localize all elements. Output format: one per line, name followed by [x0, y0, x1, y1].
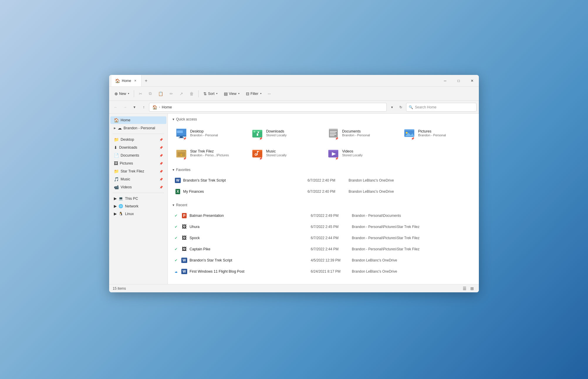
- svg-rect-3: [177, 130, 183, 130]
- quick-pictures[interactable]: Pictures Brandon - Personal 📌: [401, 124, 474, 142]
- address-home-icon: 🏠: [152, 105, 157, 110]
- sidebar-pictures-pin: 📌: [159, 162, 163, 165]
- list-item[interactable]: ✔ W Brandon's Star Trek Script 4/5/2022 …: [173, 255, 474, 266]
- forward-button[interactable]: →: [121, 103, 129, 111]
- sidebar-downloads[interactable]: ⬇ Downloads 📌: [110, 144, 166, 151]
- quick-startrek[interactable]: 🖖 Star Trek Filez Brandon - Perso...\Pic…: [173, 144, 246, 162]
- linux-icon: 🐧: [119, 212, 123, 216]
- dropdown-button[interactable]: ▾: [388, 103, 396, 111]
- sidebar-documents[interactable]: 📄 Documents 📌: [110, 152, 166, 159]
- sidebar-music[interactable]: 🎵 Music 📌: [110, 175, 166, 183]
- cloud-status-icon: ☁: [174, 269, 178, 274]
- sort-button[interactable]: ⇅ Sort ▾: [200, 90, 220, 98]
- sidebar-videos[interactable]: 📹 Videos 📌: [110, 183, 166, 191]
- home-tab[interactable]: 🏠 Home ✕: [111, 75, 141, 86]
- svg-rect-9: [254, 131, 255, 133]
- favorites-header[interactable]: ▾ Favorites: [173, 168, 474, 172]
- new-button[interactable]: ⊕ New ▾: [111, 90, 132, 98]
- item-count: 15 items: [113, 286, 126, 291]
- file-location: Brandon LeBlanc's OneDrive: [352, 269, 473, 274]
- sidebar-desktop-label: Desktop: [121, 137, 134, 142]
- quick-desktop[interactable]: Desktop Brandon - Personal 📌: [173, 124, 246, 142]
- file-explorer-window: 🏠 Home ✕ + ─ □ ✕ ⊕ New ▾ ✂ ⧉ 📋 ✏: [109, 75, 479, 292]
- sidebar-desktop-pin: 📌: [159, 138, 163, 141]
- list-item[interactable]: X My Finances 6/7/2022 2:40 PM Brandon L…: [173, 186, 474, 197]
- maximize-button[interactable]: □: [452, 75, 465, 87]
- list-item[interactable]: ✔ 🖼 Spock 6/7/2022 2:44 PM Brandon - Per…: [173, 232, 474, 244]
- sync-status-icon: ✔: [174, 213, 178, 218]
- image-icon: 🖼: [180, 245, 188, 253]
- sidebar-network[interactable]: ▶ 🌐 Network: [110, 202, 166, 210]
- tab-close-button[interactable]: ✕: [133, 78, 138, 83]
- quick-downloads[interactable]: Downloads Stored Locally 📌: [249, 124, 322, 142]
- recent-header[interactable]: ▾ Recent: [173, 203, 474, 207]
- sidebar-linux[interactable]: ▶ 🐧 Linux: [110, 210, 166, 217]
- history-button[interactable]: ▾: [130, 103, 138, 111]
- list-view-button[interactable]: ☰: [461, 285, 468, 292]
- file-name: Captain Pike: [190, 247, 311, 251]
- sidebar-startrek-pin: 📌: [159, 170, 163, 173]
- sidebar-this-pc[interactable]: ▶ 💻 This PC: [110, 195, 166, 202]
- sidebar-documents-icon: 📄: [114, 153, 119, 158]
- more-button[interactable]: ···: [265, 90, 274, 98]
- home-tab-icon: 🏠: [115, 78, 120, 83]
- rename-button[interactable]: ✏: [167, 90, 176, 98]
- address-controls: ▾ ↻: [388, 103, 405, 111]
- back-button[interactable]: ←: [111, 103, 120, 111]
- sidebar-desktop[interactable]: 📁 Desktop 📌: [110, 136, 166, 143]
- quick-music-text: Music Stored Locally 📌: [266, 149, 287, 157]
- quick-documents[interactable]: Documents Brandon - Personal 📌: [325, 124, 398, 142]
- svg-point-30: [255, 154, 256, 155]
- sidebar-pictures-icon: 🖼: [114, 161, 118, 166]
- up-button[interactable]: ↑: [140, 103, 148, 111]
- delete-button[interactable]: 🗑: [187, 90, 197, 98]
- copy-button[interactable]: ⧉: [146, 89, 155, 98]
- recent-list: ✔ P Batman Presentation 6/7/2022 2:49 PM…: [173, 210, 474, 277]
- file-name: Uhura: [190, 225, 311, 229]
- sidebar-startrek-label: Star Trek Filez: [121, 169, 144, 173]
- file-date: 6/7/2022 2:44 PM: [311, 247, 352, 251]
- quick-access-header[interactable]: ▾ Quick access: [173, 117, 474, 121]
- address-box[interactable]: 🏠 › Home: [149, 103, 387, 112]
- sidebar-home[interactable]: 🏠 Home: [110, 116, 166, 124]
- file-location: Brandon - Personal\Pictures\Star Trek Fi…: [352, 236, 473, 240]
- file-date: 6/7/2022 2:49 PM: [311, 214, 352, 218]
- sidebar-expand-icon: ▶: [114, 127, 116, 130]
- sidebar: 🏠 Home ▶ ☁ Brandon - Personal 📁 Desktop …: [109, 114, 168, 284]
- file-date: 6/24/2021 8:17 PM: [311, 269, 352, 274]
- refresh-button[interactable]: ↻: [397, 103, 405, 111]
- sidebar-startrek[interactable]: 📁 Star Trek Filez 📌: [110, 167, 166, 175]
- list-item[interactable]: ✔ 🖼 Uhura 6/7/2022 2:45 PM Brandon - Per…: [173, 221, 474, 232]
- search-box[interactable]: 🔍 Search Home: [406, 103, 477, 112]
- sidebar-desktop-icon: 📁: [114, 137, 119, 142]
- quick-videos[interactable]: Videos Stored Locally 📌: [325, 144, 398, 162]
- grid-view-button[interactable]: ⊞: [469, 285, 475, 292]
- list-item[interactable]: W Brandon's Star Trek Script 6/7/2022 2:…: [173, 175, 474, 186]
- file-date: 6/7/2022 2:40 PM: [307, 190, 349, 194]
- this-pc-label: This PC: [125, 197, 138, 201]
- file-date: 6/7/2022 2:40 PM: [307, 178, 349, 182]
- paste-button[interactable]: 📋: [155, 90, 166, 98]
- filter-button[interactable]: ⊟ Filter ▾: [243, 90, 264, 98]
- share-button[interactable]: ↗: [177, 90, 186, 98]
- sidebar-pictures[interactable]: 🖼 Pictures 📌: [110, 160, 166, 167]
- close-button[interactable]: ✕: [465, 75, 479, 87]
- new-tab-button[interactable]: +: [141, 76, 151, 85]
- sync-status-icon: ✔: [174, 224, 178, 229]
- delete-icon: 🗑: [190, 91, 194, 96]
- minimize-button[interactable]: ─: [438, 75, 452, 87]
- word-icon: W: [180, 256, 188, 264]
- sidebar-documents-label: Documents: [121, 153, 139, 157]
- sidebar-downloads-label: Downloads: [119, 145, 137, 150]
- view-button[interactable]: ▤ View ▾: [221, 90, 242, 98]
- network-icon: 🌐: [119, 204, 123, 208]
- quick-music[interactable]: Music Stored Locally 📌: [249, 144, 322, 162]
- file-area: ▾ Quick access: [168, 114, 479, 284]
- cut-button[interactable]: ✂: [136, 90, 145, 98]
- sidebar-videos-label: Videos: [121, 185, 132, 189]
- sidebar-brandon-personal[interactable]: ▶ ☁ Brandon - Personal: [110, 124, 166, 132]
- list-item[interactable]: ✔ P Batman Presentation 6/7/2022 2:49 PM…: [173, 210, 474, 221]
- list-item[interactable]: ☁ W First Windows 11 Flight Blog Post 6/…: [173, 266, 474, 277]
- list-item[interactable]: ✔ 🖼 Captain Pike 6/7/2022 2:44 PM Brando…: [173, 244, 474, 255]
- ppt-icon: P: [180, 212, 188, 220]
